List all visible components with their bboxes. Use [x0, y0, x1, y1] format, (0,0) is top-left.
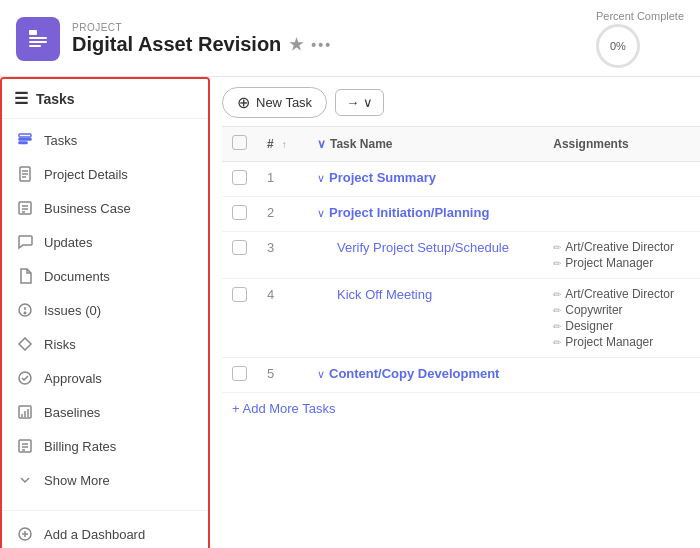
approvals-icon: [16, 369, 34, 387]
sidebar-item-business-case[interactable]: Business Case: [2, 191, 208, 225]
row-checkbox[interactable]: [232, 240, 247, 255]
sidebar-header-label: Tasks: [36, 91, 75, 107]
svg-rect-1: [29, 37, 47, 39]
header-left: PROJECT Digital Asset Revision ★ •••: [16, 17, 332, 61]
sidebar-item-risks[interactable]: Risks: [2, 327, 208, 361]
business-case-icon: [16, 199, 34, 217]
row-number: 5: [257, 358, 307, 393]
assignee-name: Copywriter: [565, 303, 622, 317]
svg-rect-4: [19, 134, 31, 137]
new-task-button[interactable]: ⊕ New Task: [222, 87, 327, 118]
col-sort-chevron: ∨: [317, 137, 326, 151]
sidebar-item-show-more[interactable]: Show More: [2, 463, 208, 497]
table-row: 2∨Project Initiation/Planning: [222, 197, 700, 232]
row-assignments: [543, 197, 700, 232]
export-button[interactable]: → ∨: [335, 89, 384, 116]
section-chevron: ∨: [317, 172, 325, 184]
table-row: 5∨Content/Copy Development: [222, 358, 700, 393]
assignment-item: ✏Designer: [553, 319, 690, 333]
sidebar-item-approvals[interactable]: Approvals: [2, 361, 208, 395]
table-row: 1∨Project Summary: [222, 162, 700, 197]
section-chevron: ∨: [317, 207, 325, 219]
sidebar-item-updates[interactable]: Updates: [2, 225, 208, 259]
more-options-icon[interactable]: •••: [311, 37, 332, 53]
sidebar-approvals-label: Approvals: [44, 371, 102, 386]
assignment-item: ✏Art/Creative Director: [553, 287, 690, 301]
sidebar-item-documents[interactable]: Documents: [2, 259, 208, 293]
row-assignments: [543, 162, 700, 197]
row-number: 1: [257, 162, 307, 197]
task-table: # ↑ ∨ Task Name Assignments: [222, 126, 700, 548]
row-assignments: [543, 358, 700, 393]
task-name: Verify Project Setup/Schedule: [317, 240, 509, 255]
percent-label: Percent Complete: [596, 10, 684, 22]
row-checkbox-cell: [222, 162, 257, 197]
edit-icon: ✏: [553, 337, 561, 348]
col-assignments: Assignments: [543, 127, 700, 162]
section-chevron: ∨: [317, 368, 325, 380]
sort-icon: ↑: [282, 139, 287, 150]
main-layout: ☰ Tasks Tasks Project Details: [0, 77, 700, 548]
baselines-icon: [16, 403, 34, 421]
sidebar-header: ☰ Tasks: [2, 79, 208, 119]
table-row: 3Verify Project Setup/Schedule✏Art/Creat…: [222, 232, 700, 279]
row-checkbox[interactable]: [232, 170, 247, 185]
project-details-icon: [16, 165, 34, 183]
sidebar-project-details-label: Project Details: [44, 167, 128, 182]
page-header: PROJECT Digital Asset Revision ★ ••• Per…: [0, 0, 700, 77]
billing-rates-icon: [16, 437, 34, 455]
sidebar-documents-label: Documents: [44, 269, 110, 284]
col-task-name[interactable]: ∨ Task Name: [307, 127, 543, 162]
percent-circle: 0%: [596, 24, 640, 68]
section-name: Content/Copy Development: [329, 366, 499, 381]
row-task-name[interactable]: ∨Project Initiation/Planning: [307, 197, 543, 232]
project-meta: PROJECT Digital Asset Revision ★ •••: [72, 22, 332, 56]
svg-rect-6: [19, 142, 27, 144]
star-icon[interactable]: ★: [289, 35, 303, 54]
sidebar-risks-label: Risks: [44, 337, 76, 352]
sidebar-item-project-details[interactable]: Project Details: [2, 157, 208, 191]
row-number: 4: [257, 279, 307, 358]
svg-point-17: [24, 312, 25, 313]
table-row: 4Kick Off Meeting✏Art/Creative Director✏…: [222, 279, 700, 358]
row-checkbox[interactable]: [232, 205, 247, 220]
row-checkbox-cell: [222, 197, 257, 232]
row-checkbox[interactable]: [232, 366, 247, 381]
assignee-name: Art/Creative Director: [565, 287, 674, 301]
tasks-icon: [16, 131, 34, 149]
row-task-name[interactable]: Verify Project Setup/Schedule: [307, 232, 543, 279]
edit-icon: ✏: [553, 242, 561, 253]
documents-icon: [16, 267, 34, 285]
row-checkbox[interactable]: [232, 287, 247, 302]
row-number: 2: [257, 197, 307, 232]
sidebar: ☰ Tasks Tasks Project Details: [0, 77, 210, 548]
assignment-item: ✏Project Manager: [553, 335, 690, 349]
col-number[interactable]: # ↑: [257, 127, 307, 162]
risks-icon: [16, 335, 34, 353]
col-check: [222, 127, 257, 162]
sidebar-footer: Add a Dashboard: [2, 510, 208, 548]
sidebar-item-issues[interactable]: Issues (0): [2, 293, 208, 327]
row-task-name[interactable]: Kick Off Meeting: [307, 279, 543, 358]
project-icon: [16, 17, 60, 61]
assignment-item: ✏Copywriter: [553, 303, 690, 317]
sidebar-item-baselines[interactable]: Baselines: [2, 395, 208, 429]
assignee-name: Project Manager: [565, 335, 653, 349]
sidebar-item-billing-rates[interactable]: Billing Rates: [2, 429, 208, 463]
export-icon: →: [346, 95, 359, 110]
tasks-table: # ↑ ∨ Task Name Assignments: [222, 127, 700, 393]
row-task-name[interactable]: ∨Project Summary: [307, 162, 543, 197]
sidebar-billing-rates-label: Billing Rates: [44, 439, 116, 454]
sidebar-show-more-label: Show More: [44, 473, 110, 488]
row-checkbox-cell: [222, 358, 257, 393]
task-name: Kick Off Meeting: [317, 287, 432, 302]
add-more-tasks[interactable]: + Add More Tasks: [222, 393, 700, 424]
add-dashboard-item[interactable]: Add a Dashboard: [16, 519, 194, 548]
section-name: Project Initiation/Planning: [329, 205, 489, 220]
row-assignments: ✏Art/Creative Director✏Copywriter✏Design…: [543, 279, 700, 358]
edit-icon: ✏: [553, 258, 561, 269]
content-area: ⊕ New Task → ∨ # ↑: [210, 77, 700, 548]
sidebar-issues-label: Issues (0): [44, 303, 101, 318]
sidebar-item-tasks[interactable]: Tasks: [2, 123, 208, 157]
row-task-name[interactable]: ∨Content/Copy Development: [307, 358, 543, 393]
